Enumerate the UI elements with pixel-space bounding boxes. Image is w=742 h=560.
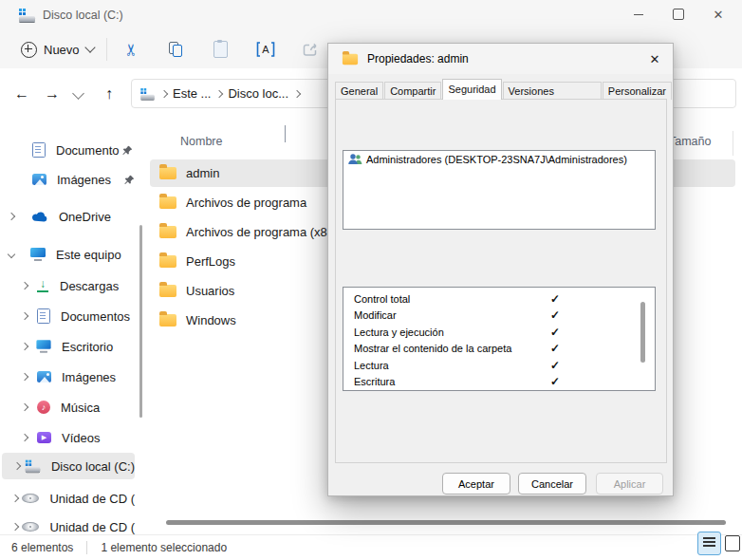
minimize-button[interactable]: [619, 0, 659, 28]
sort-ascending-icon: [285, 126, 286, 143]
apply-button[interactable]: Aplicar: [596, 473, 663, 495]
breadcrumb-chevron-icon: [293, 89, 301, 97]
sidebar-item-este-equipo[interactable]: Este equipo: [2, 241, 135, 268]
permission-row-modificar[interactable]: Modificar ✓: [343, 308, 655, 325]
chevron-right-icon[interactable]: [12, 462, 20, 470]
sidebar-item-documento-pinned[interactable]: Documento: [2, 137, 135, 163]
sidebar-item-imagenes[interactable]: Imágenes: [2, 364, 135, 390]
chevron-right-icon[interactable]: [21, 343, 28, 350]
sidebar-item-escritorio[interactable]: Escritorio: [2, 333, 135, 360]
cd-drive-icon: [22, 494, 39, 503]
cut-button[interactable]: ✂: [118, 36, 144, 63]
copy-button[interactable]: [162, 36, 189, 63]
allow-checkmark: ✓: [528, 292, 583, 306]
rename-icon: A: [256, 42, 275, 57]
copy-icon: [168, 42, 183, 57]
image-icon: [32, 174, 46, 185]
dialog-titlebar: Propiedades: admin: [328, 44, 673, 74]
large-icons-view-toggle[interactable]: [725, 535, 740, 551]
music-icon: ♪: [37, 401, 50, 414]
chevron-right-icon[interactable]: [21, 312, 28, 320]
folder-icon: [343, 53, 358, 65]
sidebar-item-imagenes-pinned[interactable]: Imágenes: [2, 166, 135, 193]
permission-row-lectura-y-ejecucion[interactable]: Lectura y ejecución ✓: [343, 324, 655, 341]
permission-row-lectura[interactable]: Lectura ✓: [343, 357, 655, 374]
selected-count: 1 elemento seleccionado: [86, 541, 227, 554]
image-icon: [37, 371, 51, 383]
group-entry-administradores[interactable]: Administradores (DESKTOP-23SNA7J\Adminis…: [343, 151, 655, 168]
permissions-scrollbar[interactable]: [640, 302, 645, 363]
local-disk-icon: [140, 88, 154, 100]
ok-button[interactable]: Aceptar: [442, 473, 510, 495]
chevron-down-icon[interactable]: [8, 251, 15, 258]
chevron-right-icon[interactable]: [21, 282, 28, 289]
chevron-right-icon[interactable]: [11, 495, 19, 502]
svg-text:A: A: [262, 44, 269, 55]
allow-checkmark: ✓: [528, 375, 583, 388]
horizontal-scrollbar[interactable]: [166, 520, 726, 525]
breadcrumb-chevron-icon: [215, 89, 223, 97]
chevron-right-icon[interactable]: [21, 373, 28, 381]
items-count: 6 elementos: [11, 541, 73, 554]
allow-checkmark: ✓: [528, 308, 583, 322]
sidebar-item-cd-drive-1[interactable]: Unidad de CD (: [2, 485, 135, 512]
dialog-close-button[interactable]: ✕: [640, 47, 669, 70]
download-icon: ↓: [36, 279, 49, 292]
details-view-icon: [703, 537, 715, 550]
tab-versiones-anteriores[interactable]: Versiones anteriores: [503, 82, 602, 100]
details-view-toggle[interactable]: [697, 532, 721, 555]
sidebar-item-musica[interactable]: ♪ Música: [2, 394, 135, 420]
tab-compartir[interactable]: Compartir: [384, 82, 441, 100]
users-icon: [347, 154, 362, 165]
paste-button[interactable]: [207, 36, 233, 63]
new-button[interactable]: Nuevo: [13, 36, 102, 63]
cancel-button[interactable]: Cancelar: [518, 473, 586, 495]
maximize-button[interactable]: [659, 0, 698, 28]
column-header-name[interactable]: Nombre: [180, 135, 222, 148]
address-bar[interactable]: Este ... Disco loc...: [131, 79, 343, 108]
tab-seguridad[interactable]: Seguridad: [442, 79, 501, 100]
tab-general[interactable]: General: [335, 82, 383, 100]
breadcrumb-local-disk[interactable]: Disco loc...: [228, 86, 288, 101]
folder-icon: [159, 167, 176, 179]
onedrive-cloud-icon: [30, 211, 48, 222]
chevron-right-icon[interactable]: [21, 434, 28, 441]
properties-dialog: Propiedades: admin ✕ General Compartir S…: [327, 43, 674, 496]
up-button[interactable]: ↑: [95, 80, 123, 108]
chevron-right-icon[interactable]: [8, 213, 15, 220]
share-button[interactable]: [297, 36, 324, 63]
sidebar-item-documentos[interactable]: Documentos: [2, 303, 135, 329]
sidebar-item-videos[interactable]: ▶ Vídeos: [2, 424, 135, 451]
groups-users-listbox[interactable]: Administradores (DESKTOP-23SNA7J\Adminis…: [343, 150, 656, 230]
permission-row-control-total[interactable]: Control total ✓: [343, 290, 655, 308]
scissors-icon: ✂: [121, 43, 141, 56]
chevron-down-icon: [84, 42, 95, 52]
dialog-title: Propiedades: admin: [367, 52, 469, 65]
toolbar-separator: [106, 38, 107, 61]
chevron-right-icon[interactable]: [11, 523, 19, 531]
permissions-listbox[interactable]: Control total ✓ Modificar ✓ Lectura y ej…: [343, 287, 656, 391]
folder-icon: [159, 285, 176, 297]
sidebar-scrollbar[interactable]: [139, 225, 142, 418]
close-button[interactable]: ✕: [698, 0, 738, 28]
permission-row-mostrar-contenido[interactable]: Mostrar el contenido de la carpeta ✓: [343, 341, 655, 358]
tab-personalizar[interactable]: Personalizar: [603, 82, 672, 100]
local-disk-icon: [19, 9, 35, 22]
back-button[interactable]: ←: [8, 80, 36, 108]
history-chevron-icon[interactable]: [72, 87, 84, 100]
rename-button[interactable]: A: [252, 36, 279, 63]
share-icon: [302, 42, 319, 57]
breadcrumb-this-pc[interactable]: Este ...: [173, 86, 211, 101]
chevron-right-icon[interactable]: [21, 403, 28, 411]
column-divider[interactable]: [733, 131, 733, 156]
forward-button[interactable]: →: [38, 80, 66, 108]
paste-icon: [213, 41, 228, 58]
sidebar-item-descargas[interactable]: ↓ Descargas: [2, 272, 135, 299]
sidebar-item-onedrive[interactable]: OneDrive: [2, 203, 135, 230]
this-pc-icon: [30, 248, 46, 261]
explorer-window: Disco local (C:) ✕ Nuevo ✂ A ← → ↑ Este …: [0, 0, 742, 560]
allow-checkmark: ✓: [528, 326, 583, 339]
column-header-size[interactable]: Tamaño: [669, 135, 711, 148]
permission-row-escritura[interactable]: Escritura ✓: [343, 374, 655, 391]
sidebar-item-disco-local[interactable]: Disco local (C:): [2, 453, 135, 479]
